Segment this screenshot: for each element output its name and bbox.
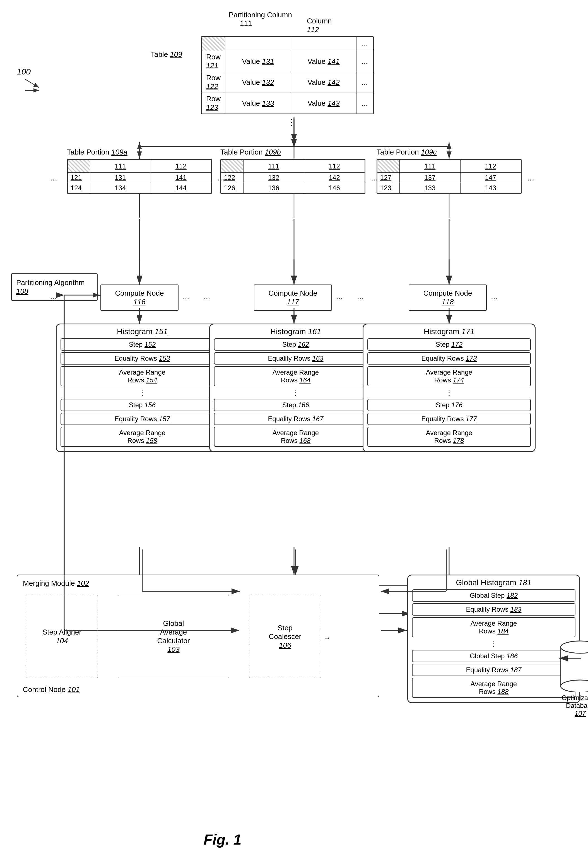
eq-rows-163: Equality Rows 163 xyxy=(214,352,377,365)
arrow-coalescer-right: → xyxy=(324,634,331,642)
avg-range-168: Average RangeRows 168 xyxy=(214,427,377,447)
dots-right-cn116: ... xyxy=(183,292,189,301)
avg-range-164: Average RangeRows 164 xyxy=(214,366,377,386)
histogram-161: Histogram 161 Step 162 Equality Rows 163… xyxy=(209,323,382,452)
eq-rows-177: Equality Rows 177 xyxy=(367,413,531,425)
dots-left-109a: ... xyxy=(50,173,57,182)
avg-range-174: Average RangeRows 174 xyxy=(367,366,531,386)
table-portion-109c: 111 112 127 137 147 123 133 143 xyxy=(377,159,522,194)
eq-rows-183: Equality Rows 183 xyxy=(412,603,575,616)
table-portion-109b: 111 112 122 132 142 126 136 146 xyxy=(220,159,365,194)
avg-range-188: Average RangeRows 188 xyxy=(412,678,575,698)
optimization-database: OptimizationDatabase107 xyxy=(558,636,588,717)
step-152: Step 152 xyxy=(61,338,224,351)
svg-line-24 xyxy=(25,79,39,87)
table-portion-109a: 111 112 121 131 141 124 134 144 xyxy=(67,159,212,194)
dots-hist151: ⋮ xyxy=(61,388,224,397)
dots-left-cn117: ... xyxy=(204,292,210,301)
avg-range-184: Average RangeRows 184 xyxy=(412,617,575,637)
table-portion-109a-label: Table Portion 109a xyxy=(67,148,127,156)
dots-right-cn118: ... xyxy=(491,292,497,301)
eq-rows-187: Equality Rows 187 xyxy=(412,664,575,676)
table-label: Table 109 xyxy=(151,50,182,59)
merging-module-label: Merging Module 102 xyxy=(23,579,89,588)
diagram-ref: 100 xyxy=(17,67,50,99)
main-table: ... Row 121 Value 131 Value 141 ... Row … xyxy=(201,36,374,114)
avg-range-178: Average RangeRows 178 xyxy=(367,427,531,447)
step-aligner-box: Step Aligner104 xyxy=(26,595,98,678)
histogram-171-title: Histogram 171 xyxy=(367,327,531,336)
histogram-151: Histogram 151 Step 152 Equality Rows 153… xyxy=(56,323,229,452)
control-node-box: Merging Module 102 Step Aligner104 Globa… xyxy=(17,574,379,697)
global-histogram-181: Global Histogram 181 Global Step 182 Equ… xyxy=(407,574,580,703)
global-step-182: Global Step 182 xyxy=(412,589,575,602)
global-histogram-title: Global Histogram 181 xyxy=(412,578,575,587)
dots-hist171: ⋮ xyxy=(367,388,531,397)
dots-right-109a: ... xyxy=(217,173,225,182)
global-step-186: Global Step 186 xyxy=(412,650,575,662)
partitioning-column-label: Partitioning Column 111 xyxy=(229,10,292,28)
histogram-151-title: Histogram 151 xyxy=(61,327,224,336)
global-avg-calc-box: GlobalAverageCalculator103 xyxy=(118,595,229,678)
eq-rows-157: Equality Rows 157 xyxy=(61,413,224,425)
table-portion-109b-label: Table Portion 109b xyxy=(220,148,281,156)
step-162: Step 162 xyxy=(214,338,377,351)
compute-node-117: Compute Node117 xyxy=(254,285,332,311)
dots-hist161: ⋮ xyxy=(214,388,377,397)
dots-right-cn117: ... xyxy=(336,292,343,301)
compute-node-116: Compute Node116 xyxy=(100,285,179,311)
step-coalescer-box: StepCoalescer106 xyxy=(249,595,321,678)
column-label: Column 112 xyxy=(307,17,332,34)
dots-main-table: ⋮ xyxy=(287,117,295,127)
eq-rows-167: Equality Rows 167 xyxy=(214,413,377,425)
histogram-171: Histogram 171 Step 172 Equality Rows 173… xyxy=(363,323,536,452)
compute-node-118: Compute Node118 xyxy=(409,285,487,311)
step-176: Step 176 xyxy=(367,399,531,411)
dots-global-hist: ⋮ xyxy=(412,639,575,648)
avg-range-158: Average RangeRows 158 xyxy=(61,427,224,447)
dots-between-bc: ... xyxy=(371,173,378,182)
step-156: Step 156 xyxy=(61,399,224,411)
eq-rows-153: Equality Rows 153 xyxy=(61,352,224,365)
optimization-database-label: OptimizationDatabase107 xyxy=(552,694,588,717)
step-166: Step 166 xyxy=(214,399,377,411)
dots-left-cn116: ... xyxy=(50,292,57,301)
figure-label: Fig. 1 xyxy=(204,831,242,848)
control-node-label: Control Node 101 xyxy=(23,685,80,694)
histogram-161-title: Histogram 161 xyxy=(214,327,377,336)
eq-rows-173: Equality Rows 173 xyxy=(367,352,531,365)
step-172: Step 172 xyxy=(367,338,531,351)
table-portion-109c-label: Table Portion 109c xyxy=(377,148,437,156)
dots-right-109c: ... xyxy=(527,173,534,182)
dots-left-cn118: ... xyxy=(357,292,363,301)
avg-range-154: Average RangeRows 154 xyxy=(61,366,224,386)
